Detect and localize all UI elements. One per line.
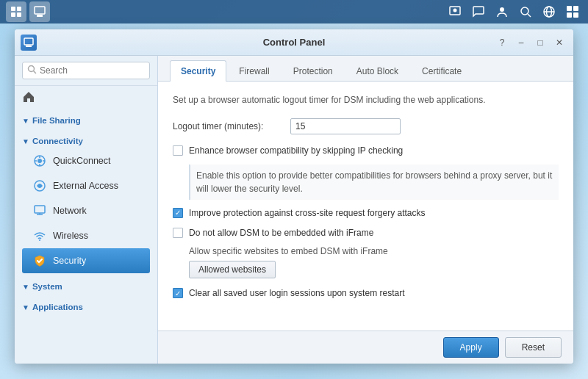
window-title: Control Panel xyxy=(263,37,326,48)
taskbar-chat-icon[interactable] xyxy=(469,2,488,21)
svg-point-32 xyxy=(39,239,40,241)
checkbox-clear-sessions[interactable]: ✓ xyxy=(173,288,183,298)
logout-timer-input[interactable] xyxy=(290,118,401,134)
tab-firewall[interactable]: Firewall xyxy=(228,60,280,82)
taskbar-grid-icon[interactable] xyxy=(563,2,582,21)
title-bar: Control Panel ? – □ ✕ xyxy=(15,29,573,56)
sidebar-home-button[interactable] xyxy=(15,86,157,110)
search-input-wrap[interactable] xyxy=(22,62,150,79)
checkbox-row-clear-sessions: ✓ Clear all saved user login sessions up… xyxy=(173,287,559,300)
svg-rect-19 xyxy=(26,46,32,47)
sidebar-item-label-quickconnect: QuickConnect xyxy=(53,156,111,166)
close-button[interactable]: ✕ xyxy=(551,35,567,51)
minimize-button[interactable]: – xyxy=(513,35,529,51)
taskbar xyxy=(0,0,588,24)
checkbox-enhance-compat[interactable] xyxy=(173,145,183,156)
svg-rect-15 xyxy=(573,6,578,11)
sidebar: ▼ File Sharing ▼ Connectivity xyxy=(15,56,158,364)
taskbar-user-icon[interactable] xyxy=(445,2,465,21)
sidebar-section-label-system: System xyxy=(32,282,62,291)
taskbar-control-panel[interactable] xyxy=(29,1,50,22)
sidebar-item-label-network: Network xyxy=(53,206,87,216)
wireless-icon xyxy=(32,228,47,243)
checkbox-row-enhance-compat: Enhance browser compatibility by skippin… xyxy=(173,145,559,157)
tab-protection[interactable]: Protection xyxy=(282,60,344,82)
sidebar-section-file-sharing: ▼ File Sharing xyxy=(15,110,157,131)
maximize-button[interactable]: □ xyxy=(532,35,548,51)
sidebar-section-applications: ▼ Applications xyxy=(15,297,157,317)
search-bar xyxy=(15,56,157,86)
panel-content: Set up a browser automatic logout timer … xyxy=(158,82,573,331)
taskbar-globe-icon[interactable] xyxy=(539,2,559,21)
allowed-websites-button[interactable]: Allowed websites xyxy=(189,261,276,278)
checkbox-row-improve-csrf: ✓ Improve protection against cross-site … xyxy=(173,207,559,220)
taskbar-right-area xyxy=(445,2,582,21)
title-bar-left xyxy=(21,35,37,51)
svg-line-10 xyxy=(528,14,531,17)
label-no-iframe: Do not allow DSM to be embedded with iFr… xyxy=(189,227,373,239)
label-enhance-compat: Enhance browser compatibility by skippin… xyxy=(189,145,403,157)
security-icon xyxy=(32,253,47,268)
tab-certificate[interactable]: Certificate xyxy=(411,60,473,82)
chevron-file-sharing: ▼ xyxy=(22,117,29,125)
content-area: Security Firewall Protection Auto Block … xyxy=(158,56,573,364)
sidebar-section-label-applications: Applications xyxy=(32,303,83,311)
sidebar-section-label-file-sharing: File Sharing xyxy=(32,116,81,125)
search-input[interactable] xyxy=(40,65,145,76)
svg-point-20 xyxy=(29,66,35,72)
taskbar-search-icon[interactable] xyxy=(516,2,535,21)
svg-rect-5 xyxy=(37,15,43,17)
network-icon xyxy=(32,203,47,218)
sidebar-section-label-connectivity: Connectivity xyxy=(32,137,83,145)
title-bar-controls: ? – □ ✕ xyxy=(494,35,567,51)
checkbox-row-no-iframe: Do not allow DSM to be embedded with iFr… xyxy=(173,227,559,239)
bottom-bar: Apply Reset xyxy=(158,331,573,364)
checkbox-improve-csrf[interactable]: ✓ xyxy=(173,208,183,218)
chevron-system: ▼ xyxy=(22,283,29,291)
svg-rect-0 xyxy=(11,7,15,11)
reset-button[interactable]: Reset xyxy=(505,337,562,358)
tab-autoblock[interactable]: Auto Block xyxy=(345,60,409,82)
help-button[interactable]: ? xyxy=(494,35,510,51)
sidebar-section-connectivity: ▼ Connectivity xyxy=(15,131,157,276)
indent-text-iframe: Allow specific websites to embed DSM wit… xyxy=(189,246,559,256)
svg-line-21 xyxy=(34,71,37,74)
sidebar-item-security[interactable]: Security xyxy=(22,248,150,273)
svg-rect-4 xyxy=(35,7,45,14)
window-body: ▼ File Sharing ▼ Connectivity xyxy=(15,56,573,364)
svg-rect-3 xyxy=(17,12,21,17)
chevron-connectivity: ▼ xyxy=(22,137,29,145)
apply-button[interactable]: Apply xyxy=(443,337,499,358)
sidebar-section-system: ▼ System xyxy=(15,276,157,297)
sidebar-item-external-access[interactable]: External Access xyxy=(22,173,150,198)
checkbox-no-iframe[interactable] xyxy=(173,228,183,238)
label-improve-csrf: Improve protection against cross-site re… xyxy=(189,207,425,220)
sidebar-item-network[interactable]: Network xyxy=(22,198,150,223)
svg-rect-18 xyxy=(24,38,33,45)
svg-point-7 xyxy=(453,9,457,12)
sidebar-section-header-file-sharing[interactable]: ▼ File Sharing xyxy=(22,113,150,128)
svg-rect-2 xyxy=(11,12,15,17)
svg-rect-1 xyxy=(17,7,21,11)
sidebar-section-header-system[interactable]: ▼ System xyxy=(22,279,150,294)
taskbar-person-icon[interactable] xyxy=(492,2,512,21)
taskbar-app-grid[interactable] xyxy=(6,1,26,22)
window-icon xyxy=(21,35,37,51)
svg-rect-14 xyxy=(567,6,572,11)
chevron-applications: ▼ xyxy=(22,303,29,311)
svg-rect-17 xyxy=(573,12,578,18)
tab-security[interactable]: Security xyxy=(170,60,226,82)
control-panel-window: Control Panel ? – □ ✕ xyxy=(15,29,573,364)
svg-point-8 xyxy=(500,7,504,12)
sidebar-section-header-applications[interactable]: ▼ Applications xyxy=(22,300,150,314)
sidebar-item-label-external-access: External Access xyxy=(53,181,118,191)
sidebar-item-quickconnect[interactable]: QuickConnect xyxy=(22,148,150,173)
svg-point-9 xyxy=(521,7,528,15)
logout-timer-row: Logout timer (minutes): xyxy=(173,118,559,134)
external-access-icon xyxy=(32,178,47,193)
sidebar-section-header-connectivity[interactable]: ▼ Connectivity xyxy=(22,134,150,148)
logout-timer-label: Logout timer (minutes): xyxy=(173,121,290,131)
sidebar-item-wireless[interactable]: Wireless xyxy=(22,223,150,248)
panel-description: Set up a browser automatic logout timer … xyxy=(173,93,559,107)
svg-rect-29 xyxy=(35,206,45,213)
